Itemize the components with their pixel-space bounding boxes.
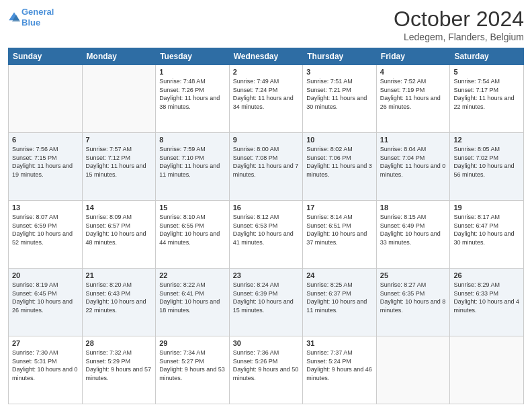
day-number: 14 — [86, 203, 152, 212]
day-info: Sunrise: 7:54 AMSunset: 7:17 PMDaylight:… — [453, 77, 520, 111]
calendar-cell: 15Sunrise: 8:10 AMSunset: 6:55 PMDayligh… — [156, 201, 230, 269]
day-number: 5 — [453, 68, 520, 76]
calendar-cell: 2Sunrise: 7:49 AMSunset: 7:24 PMDaylight… — [229, 65, 303, 133]
calendar-cell: 21Sunrise: 8:20 AMSunset: 6:43 PMDayligh… — [82, 269, 156, 336]
calendar-cell: 27Sunrise: 7:30 AMSunset: 5:31 PMDayligh… — [9, 336, 83, 404]
calendar-cell — [82, 65, 156, 133]
month-title: October 2024 — [394, 7, 524, 32]
col-sunday: Sunday — [9, 48, 83, 65]
calendar-cell: 25Sunrise: 8:27 AMSunset: 6:35 PMDayligh… — [376, 269, 450, 336]
calendar-cell: 20Sunrise: 8:19 AMSunset: 6:45 PMDayligh… — [9, 269, 83, 336]
calendar-cell: 22Sunrise: 8:22 AMSunset: 6:41 PMDayligh… — [156, 269, 230, 336]
day-number: 15 — [159, 203, 226, 212]
day-info: Sunrise: 8:09 AMSunset: 6:57 PMDaylight:… — [86, 213, 152, 246]
day-number: 20 — [12, 271, 79, 279]
header-row: Sunday Monday Tuesday Wednesday Thursday… — [9, 48, 524, 65]
location: Ledegem, Flanders, Belgium — [394, 32, 524, 42]
calendar-cell: 9Sunrise: 8:00 AMSunset: 7:08 PMDaylight… — [229, 133, 303, 201]
logo-text: General Blue — [21, 7, 54, 28]
day-number: 18 — [380, 203, 447, 212]
col-wednesday: Wednesday — [229, 48, 303, 65]
day-number: 13 — [12, 203, 79, 212]
calendar-cell: 11Sunrise: 8:04 AMSunset: 7:04 PMDayligh… — [376, 133, 450, 201]
calendar-cell — [376, 336, 450, 404]
day-info: Sunrise: 8:24 AMSunset: 6:39 PMDaylight:… — [233, 281, 300, 314]
day-number: 21 — [86, 271, 152, 279]
day-info: Sunrise: 8:12 AMSunset: 6:53 PMDaylight:… — [233, 213, 300, 246]
calendar-cell: 26Sunrise: 8:29 AMSunset: 6:33 PMDayligh… — [450, 269, 524, 336]
logo-line2: Blue — [21, 17, 40, 28]
calendar-cell: 8Sunrise: 7:59 AMSunset: 7:10 PMDaylight… — [156, 133, 230, 201]
day-info: Sunrise: 8:14 AMSunset: 6:51 PMDaylight:… — [306, 213, 373, 246]
day-info: Sunrise: 8:02 AMSunset: 7:06 PMDaylight:… — [306, 145, 373, 179]
day-number: 25 — [380, 271, 447, 279]
logo: General Blue — [8, 7, 54, 28]
col-saturday: Saturday — [450, 48, 524, 65]
day-number: 19 — [453, 203, 520, 212]
day-number: 16 — [233, 203, 300, 212]
day-info: Sunrise: 7:52 AMSunset: 7:19 PMDaylight:… — [380, 77, 447, 111]
day-number: 2 — [233, 68, 300, 76]
day-info: Sunrise: 8:25 AMSunset: 6:37 PMDaylight:… — [306, 281, 373, 314]
logo-icon — [8, 11, 20, 24]
day-number: 11 — [380, 136, 447, 144]
calendar-week-3: 20Sunrise: 8:19 AMSunset: 6:45 PMDayligh… — [9, 269, 524, 336]
logo-line1: General — [21, 7, 54, 17]
calendar-cell: 6Sunrise: 7:56 AMSunset: 7:15 PMDaylight… — [9, 133, 83, 201]
day-info: Sunrise: 7:49 AMSunset: 7:24 PMDaylight:… — [233, 77, 300, 111]
calendar-cell: 18Sunrise: 8:15 AMSunset: 6:49 PMDayligh… — [376, 201, 450, 269]
col-thursday: Thursday — [303, 48, 377, 65]
col-friday: Friday — [376, 48, 450, 65]
day-number: 1 — [159, 68, 226, 76]
day-info: Sunrise: 8:00 AMSunset: 7:08 PMDaylight:… — [233, 145, 300, 179]
day-info: Sunrise: 8:19 AMSunset: 6:45 PMDaylight:… — [12, 281, 79, 314]
day-info: Sunrise: 8:15 AMSunset: 6:49 PMDaylight:… — [380, 213, 447, 246]
calendar-cell: 19Sunrise: 8:17 AMSunset: 6:47 PMDayligh… — [450, 201, 524, 269]
day-info: Sunrise: 7:36 AMSunset: 5:26 PMDaylight:… — [233, 349, 300, 382]
day-number: 27 — [12, 339, 79, 347]
day-info: Sunrise: 8:20 AMSunset: 6:43 PMDaylight:… — [86, 281, 152, 314]
col-tuesday: Tuesday — [156, 48, 230, 65]
day-info: Sunrise: 7:48 AMSunset: 7:26 PMDaylight:… — [159, 77, 226, 111]
calendar-cell: 24Sunrise: 8:25 AMSunset: 6:37 PMDayligh… — [303, 269, 377, 336]
day-number: 10 — [306, 136, 373, 144]
day-number: 30 — [233, 339, 300, 347]
calendar-cell: 1Sunrise: 7:48 AMSunset: 7:26 PMDaylight… — [156, 65, 230, 133]
calendar-week-1: 6Sunrise: 7:56 AMSunset: 7:15 PMDaylight… — [9, 133, 524, 201]
day-number: 28 — [86, 339, 152, 347]
day-number: 29 — [159, 339, 226, 347]
page: General Blue October 2024 Ledegem, Fland… — [0, 0, 532, 411]
day-info: Sunrise: 7:51 AMSunset: 7:21 PMDaylight:… — [306, 77, 373, 111]
day-info: Sunrise: 7:34 AMSunset: 5:27 PMDaylight:… — [159, 349, 226, 382]
day-info: Sunrise: 8:04 AMSunset: 7:04 PMDaylight:… — [380, 145, 447, 179]
calendar-table: Sunday Monday Tuesday Wednesday Thursday… — [8, 48, 524, 404]
calendar-cell: 31Sunrise: 7:37 AMSunset: 5:24 PMDayligh… — [303, 336, 377, 404]
calendar-cell: 29Sunrise: 7:34 AMSunset: 5:27 PMDayligh… — [156, 336, 230, 404]
calendar-week-2: 13Sunrise: 8:07 AMSunset: 6:59 PMDayligh… — [9, 201, 524, 269]
day-info: Sunrise: 7:59 AMSunset: 7:10 PMDaylight:… — [159, 145, 226, 179]
calendar-cell — [9, 65, 83, 133]
day-info: Sunrise: 8:17 AMSunset: 6:47 PMDaylight:… — [453, 213, 520, 246]
day-info: Sunrise: 7:37 AMSunset: 5:24 PMDaylight:… — [306, 349, 373, 382]
day-info: Sunrise: 7:32 AMSunset: 5:29 PMDaylight:… — [86, 349, 152, 382]
calendar-cell: 3Sunrise: 7:51 AMSunset: 7:21 PMDaylight… — [303, 65, 377, 133]
day-number: 31 — [306, 339, 373, 347]
day-number: 22 — [159, 271, 226, 279]
calendar-cell: 16Sunrise: 8:12 AMSunset: 6:53 PMDayligh… — [229, 201, 303, 269]
day-info: Sunrise: 7:57 AMSunset: 7:12 PMDaylight:… — [86, 145, 152, 179]
day-info: Sunrise: 8:10 AMSunset: 6:55 PMDaylight:… — [159, 213, 226, 246]
day-number: 26 — [453, 271, 520, 279]
calendar-cell: 7Sunrise: 7:57 AMSunset: 7:12 PMDaylight… — [82, 133, 156, 201]
day-info: Sunrise: 8:29 AMSunset: 6:33 PMDaylight:… — [453, 281, 520, 314]
calendar-cell: 28Sunrise: 7:32 AMSunset: 5:29 PMDayligh… — [82, 336, 156, 404]
day-number: 3 — [306, 68, 373, 76]
calendar-cell — [450, 336, 524, 404]
calendar-cell: 5Sunrise: 7:54 AMSunset: 7:17 PMDaylight… — [450, 65, 524, 133]
day-info: Sunrise: 7:56 AMSunset: 7:15 PMDaylight:… — [12, 145, 79, 179]
day-info: Sunrise: 8:27 AMSunset: 6:35 PMDaylight:… — [380, 281, 447, 314]
day-number: 12 — [453, 136, 520, 144]
col-monday: Monday — [82, 48, 156, 65]
day-number: 8 — [159, 136, 226, 144]
day-info: Sunrise: 8:07 AMSunset: 6:59 PMDaylight:… — [12, 213, 79, 246]
day-number: 17 — [306, 203, 373, 212]
